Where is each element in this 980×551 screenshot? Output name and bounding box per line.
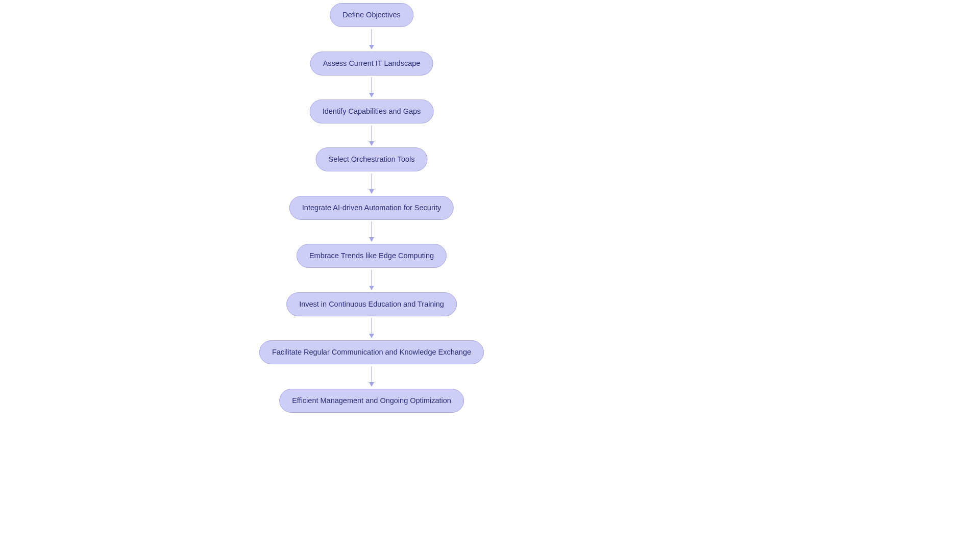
flow-arrow-shaft — [372, 318, 372, 334]
flow-node: Invest in Continuous Education and Train… — [286, 292, 457, 316]
flow-arrow-head-icon — [369, 334, 374, 338]
flow-arrow-head-icon — [369, 141, 374, 146]
flow-arrow-shaft — [372, 173, 372, 189]
flow-node: Efficient Management and Ongoing Optimiz… — [279, 389, 464, 413]
flow-arrow-shaft — [372, 221, 372, 237]
flow-node: Facilitate Regular Communication and Kno… — [259, 340, 484, 364]
flow-node: Assess Current IT Landscape — [310, 52, 433, 76]
flow-arrow-head-icon — [369, 93, 374, 97]
flow-arrow-head-icon — [369, 189, 374, 194]
flowchart-canvas: Define Objectives Assess Current IT Land… — [0, 0, 980, 551]
flow-arrow-head-icon — [369, 286, 374, 290]
flow-node: Identify Capabilities and Gaps — [310, 99, 434, 123]
flow-arrow-head-icon — [369, 382, 374, 387]
flow-arrow-shaft — [372, 77, 372, 93]
flow-node: Integrate AI-driven Automation for Secur… — [289, 196, 454, 220]
flow-arrow-shaft — [372, 29, 372, 45]
flow-node: Define Objectives — [330, 3, 413, 27]
flow-arrow-shaft — [372, 270, 372, 286]
flow-node: Select Orchestration Tools — [316, 147, 428, 171]
flow-arrow-shaft — [372, 366, 372, 382]
flow-arrow-head-icon — [369, 237, 374, 242]
flow-node: Embrace Trends like Edge Computing — [297, 244, 447, 268]
flow-arrow-shaft — [372, 126, 372, 141]
flow-arrow-head-icon — [369, 45, 374, 49]
